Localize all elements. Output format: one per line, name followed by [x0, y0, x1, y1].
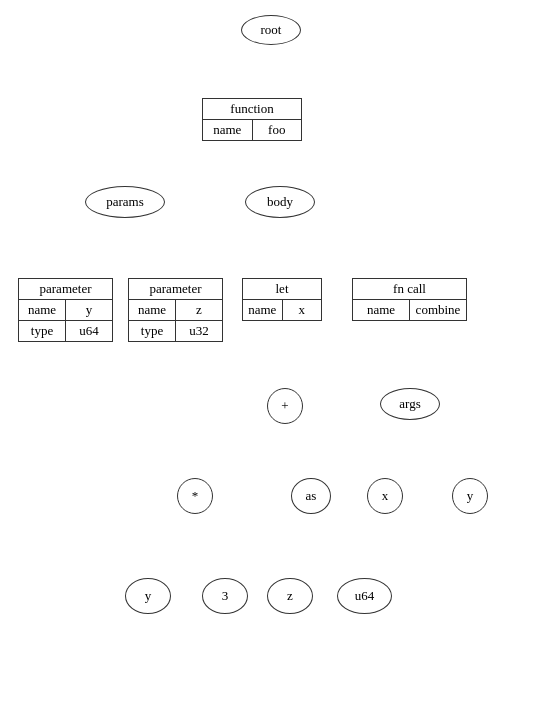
node-args: args: [380, 388, 440, 420]
node-x: x: [367, 478, 403, 514]
node-body: body: [245, 186, 315, 218]
node-function: function name foo: [202, 98, 302, 141]
node-param2: parameter name z type u32: [128, 278, 223, 342]
node-fncall: fn call name combine: [352, 278, 467, 321]
node-y-leaf: y: [125, 578, 171, 614]
node-param1: parameter name y type u64: [18, 278, 113, 342]
node-star: *: [177, 478, 213, 514]
node-y2: y: [452, 478, 488, 514]
node-u64-leaf: u64: [337, 578, 392, 614]
node-let: let name x: [242, 278, 322, 321]
node-3-leaf: 3: [202, 578, 248, 614]
node-params: params: [85, 186, 165, 218]
node-as: as: [291, 478, 331, 514]
node-plus: +: [267, 388, 303, 424]
node-root: root: [241, 15, 301, 45]
node-z-leaf: z: [267, 578, 313, 614]
